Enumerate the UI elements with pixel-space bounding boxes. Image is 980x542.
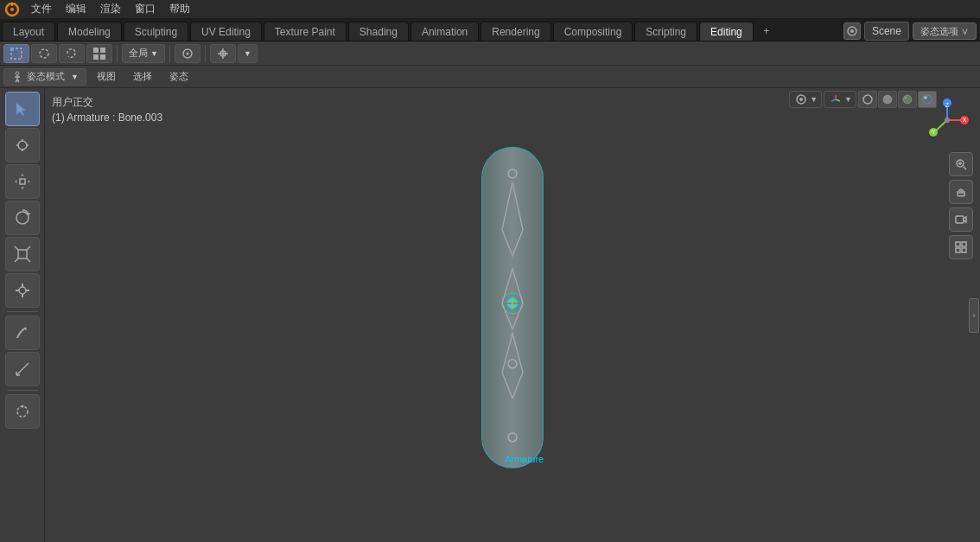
svg-rect-70 <box>956 242 960 246</box>
toolbar-row: 全局 ▼ ▼ <box>0 41 980 66</box>
scene-selector[interactable]: Scene <box>864 22 909 41</box>
mode-bar: 姿态模式 ▼ 视图 选择 姿态 <box>0 66 980 88</box>
svg-text:Z: Z <box>945 102 950 108</box>
tool-transform[interactable] <box>5 273 40 308</box>
main-area: 用户正交 (1) Armature : Bone.003 <box>0 88 980 542</box>
armature-object <box>478 143 547 474</box>
tool-select[interactable] <box>5 92 40 126</box>
tab-uv-editing[interactable]: UV Editing <box>190 22 262 41</box>
scene-options-btn[interactable] <box>843 22 861 40</box>
select-circle-btn[interactable] <box>31 44 57 63</box>
overlay-toggle-btn[interactable] <box>793 92 809 107</box>
tab-shading[interactable]: Shading <box>348 22 409 41</box>
svg-rect-8 <box>93 48 99 53</box>
svg-point-64 <box>945 118 950 123</box>
tool-cursor[interactable] <box>5 128 40 163</box>
pose-menu[interactable]: 姿态 <box>162 68 195 86</box>
tab-modeling[interactable]: Modeling <box>57 22 122 41</box>
svg-point-32 <box>19 287 26 294</box>
svg-point-1 <box>10 8 14 11</box>
view-menu[interactable]: 视图 <box>90 68 123 86</box>
tab-rendering[interactable]: Rendering <box>480 22 550 41</box>
svg-point-40 <box>17 406 28 417</box>
svg-line-77 <box>836 99 840 101</box>
all-btn[interactable] <box>86 44 112 63</box>
snap-options-btn[interactable]: ▼ <box>238 44 258 63</box>
right-panel-toggle[interactable]: › <box>968 88 980 542</box>
tab-compositing[interactable]: Compositing <box>553 22 633 41</box>
svg-point-80 <box>883 95 892 104</box>
svg-line-37 <box>16 363 29 375</box>
left-separator-2 <box>7 390 38 391</box>
add-workspace-button[interactable]: + <box>757 22 776 41</box>
workspace-right: Scene 姿态选项 ∨ <box>843 22 980 41</box>
menu-edit[interactable]: 编辑 <box>59 0 93 18</box>
svg-text:Y: Y <box>932 129 936 135</box>
pose-mode-selector[interactable]: 姿态模式 ▼ <box>3 68 86 86</box>
svg-rect-69 <box>956 216 964 223</box>
shading-buttons <box>858 91 937 108</box>
tab-sculpting[interactable]: Sculpting <box>124 22 188 41</box>
tool-annotate[interactable] <box>5 316 40 350</box>
rendered-shade-btn[interactable] <box>918 91 937 108</box>
svg-line-31 <box>27 258 30 262</box>
main-menu: 文件 编辑 渲染 窗口 帮助 <box>24 0 197 18</box>
svg-rect-25 <box>20 179 25 184</box>
menu-help[interactable]: 帮助 <box>162 0 197 18</box>
svg-point-15 <box>16 72 19 75</box>
svg-rect-71 <box>962 242 966 246</box>
svg-line-78 <box>831 99 836 101</box>
transform-orientation[interactable]: 全局 ▼ <box>122 44 165 63</box>
left-toolbar <box>0 88 45 542</box>
svg-point-84 <box>924 96 927 99</box>
viewport-info: 用户正交 (1) Armature : Bone.003 <box>52 95 162 125</box>
menu-render[interactable]: 渲染 <box>93 0 128 18</box>
material-shade-btn[interactable] <box>898 91 917 108</box>
tool-bone-roll[interactable] <box>5 394 40 429</box>
tool-rotate[interactable] <box>5 201 40 235</box>
svg-point-7 <box>40 49 48 58</box>
viewport-overlay-group: ▼ <box>789 91 822 108</box>
solid-shade-btn[interactable] <box>878 91 897 108</box>
proportional-editing-btn[interactable] <box>175 44 200 63</box>
viewport[interactable]: 用户正交 (1) Armature : Bone.003 <box>45 88 980 542</box>
blender-logo[interactable] <box>0 0 24 19</box>
tool-measure[interactable] <box>5 352 40 386</box>
svg-point-83 <box>923 95 932 104</box>
svg-line-30 <box>15 258 18 262</box>
gizmo-dropdown-btn[interactable]: ▼ <box>844 95 852 104</box>
svg-line-28 <box>15 246 18 250</box>
tab-scripting[interactable]: Scripting <box>634 22 697 41</box>
tab-layout[interactable]: Layout <box>2 22 55 41</box>
tab-animation[interactable]: Animation <box>410 22 479 41</box>
svg-line-66 <box>964 167 966 169</box>
svg-rect-73 <box>962 248 966 252</box>
panel-collapse-btn[interactable]: › <box>969 298 979 333</box>
tab-texture-paint[interactable]: Texture Paint <box>264 22 347 41</box>
svg-rect-11 <box>100 54 105 60</box>
tab-editing[interactable]: Editing <box>699 22 754 41</box>
gizmo-toggle-btn[interactable] <box>828 92 843 107</box>
wireframe-shade-btn[interactable] <box>858 91 877 108</box>
menu-window[interactable]: 窗口 <box>128 0 162 18</box>
overlay-dropdown-btn[interactable]: ▼ <box>810 95 818 104</box>
select-menu[interactable]: 选择 <box>126 68 159 86</box>
left-separator-1 <box>7 311 38 312</box>
svg-point-82 <box>905 97 907 99</box>
properties-options-btn[interactable]: 姿态选项 ∨ <box>913 22 977 40</box>
separator-1 <box>117 45 118 62</box>
menu-file[interactable]: 文件 <box>24 0 59 18</box>
svg-point-20 <box>18 141 27 150</box>
svg-rect-10 <box>93 54 99 60</box>
separator-3 <box>205 45 206 62</box>
tool-move[interactable] <box>5 164 40 199</box>
select-lasso-btn[interactable] <box>59 44 85 63</box>
svg-rect-27 <box>18 250 27 258</box>
svg-point-81 <box>903 95 912 104</box>
svg-line-29 <box>27 246 30 250</box>
select-box-btn[interactable] <box>3 44 29 63</box>
snap-btn[interactable] <box>210 44 236 63</box>
svg-point-75 <box>799 98 803 101</box>
separator-2 <box>169 45 170 62</box>
tool-scale[interactable] <box>5 237 40 271</box>
